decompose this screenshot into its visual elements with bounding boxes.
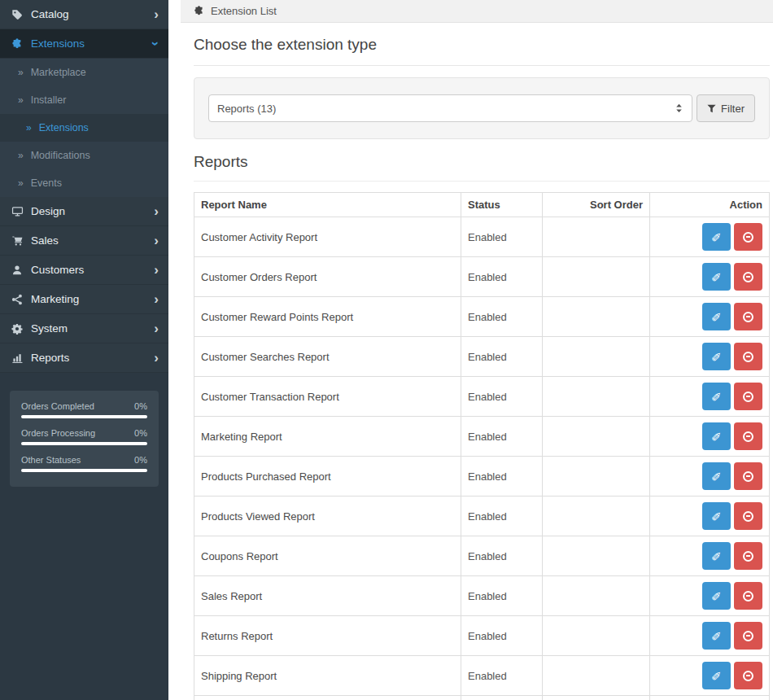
user-icon bbox=[11, 265, 31, 276]
sidebar-subitem-marketplace[interactable]: »Marketplace bbox=[0, 59, 168, 86]
table-row: Returns ReportEnabled✎ bbox=[194, 616, 770, 656]
edit-button[interactable]: ✎ bbox=[702, 223, 731, 251]
edit-button[interactable]: ✎ bbox=[702, 383, 731, 410]
pencil-icon: ✎ bbox=[710, 551, 723, 562]
action-cell: ✎ bbox=[650, 257, 770, 297]
status-cell: Enabled bbox=[461, 656, 543, 696]
angle-double-right-icon: » bbox=[18, 150, 24, 161]
sort-order-cell bbox=[543, 337, 650, 377]
pencil-icon: ✎ bbox=[710, 671, 723, 681]
filter-button[interactable]: Filter bbox=[697, 94, 755, 122]
angle-double-right-icon: » bbox=[18, 177, 24, 189]
progress-bar bbox=[21, 415, 147, 418]
disable-button[interactable] bbox=[734, 223, 762, 251]
pencil-icon: ✎ bbox=[710, 272, 723, 282]
disable-button[interactable] bbox=[734, 422, 762, 450]
minus-circle-icon bbox=[743, 431, 753, 442]
sidebar-item-catalog[interactable]: Catalog› bbox=[0, 0, 168, 29]
cart-icon bbox=[11, 235, 31, 247]
edit-button[interactable]: ✎ bbox=[702, 542, 731, 570]
chevron-right-icon: › bbox=[154, 351, 159, 365]
disable-button[interactable] bbox=[734, 542, 762, 570]
edit-button[interactable]: ✎ bbox=[702, 343, 731, 370]
report-name-cell: Products Purchased Report bbox=[194, 457, 461, 497]
stat-label: Orders Processing bbox=[21, 428, 95, 438]
extension-type-select[interactable]: Reports (13) bbox=[208, 94, 692, 122]
disable-button[interactable] bbox=[734, 263, 762, 291]
sort-order-cell bbox=[543, 497, 650, 536]
stat-value: 0% bbox=[134, 401, 147, 411]
action-cell: ✎ bbox=[650, 536, 770, 576]
sidebar-item-customers[interactable]: Customers› bbox=[0, 256, 168, 285]
sidebar-item-reports[interactable]: Reports› bbox=[0, 343, 168, 373]
sort-order-cell bbox=[543, 377, 650, 417]
sidebar-item-extensions[interactable]: Extensions› bbox=[0, 29, 168, 59]
table-header-row: Report Name Status Sort Order Action bbox=[194, 193, 770, 217]
sidebar-subitem-extensions[interactable]: »Extensions bbox=[0, 114, 168, 142]
status-cell: Enabled bbox=[461, 616, 543, 656]
pencil-icon: ✎ bbox=[710, 352, 723, 362]
puzzle-icon bbox=[194, 6, 204, 16]
report-name-cell: Customer Activity Report bbox=[194, 217, 461, 257]
status-cell: Enabled bbox=[461, 536, 543, 576]
table-row: Sales ReportEnabled✎ bbox=[194, 576, 770, 616]
status-cell: Enabled bbox=[461, 497, 543, 536]
action-cell: ✎ bbox=[650, 696, 770, 700]
sidebar-subitem-installer[interactable]: »Installer bbox=[0, 86, 168, 114]
sidebar-item-marketing[interactable]: Marketing› bbox=[0, 285, 168, 314]
disable-button[interactable] bbox=[734, 343, 762, 370]
table-row: Products Purchased ReportEnabled✎ bbox=[194, 457, 770, 497]
minus-circle-icon bbox=[743, 352, 753, 362]
sidebar-item-design[interactable]: Design› bbox=[0, 197, 168, 226]
selected-extension-type: Reports (13) bbox=[217, 103, 276, 115]
edit-button[interactable]: ✎ bbox=[702, 462, 731, 490]
minus-circle-icon bbox=[743, 232, 753, 243]
edit-button[interactable]: ✎ bbox=[702, 263, 731, 291]
stat-value: 0% bbox=[134, 455, 147, 465]
content: Choose the extension type Reports (13) F… bbox=[168, 36, 773, 700]
status-cell: Enabled bbox=[461, 257, 543, 297]
disable-button[interactable] bbox=[734, 303, 762, 330]
action-cell: ✎ bbox=[650, 217, 770, 257]
status-cell: Enabled bbox=[461, 417, 543, 457]
sidebar-item-system[interactable]: System› bbox=[0, 314, 168, 343]
sidebar-subitem-events[interactable]: »Events bbox=[0, 169, 168, 197]
status-cell: Enabled bbox=[461, 297, 543, 337]
minus-circle-icon bbox=[743, 551, 753, 562]
disable-button[interactable] bbox=[734, 502, 762, 530]
sidebar-subitem-modifications[interactable]: »Modifications bbox=[0, 142, 168, 169]
edit-button[interactable]: ✎ bbox=[702, 582, 731, 610]
sidebar-item-sales[interactable]: Sales› bbox=[0, 226, 168, 256]
sort-order-cell bbox=[543, 217, 650, 257]
report-name-cell: Tax Report bbox=[194, 696, 461, 700]
sort-order-cell bbox=[543, 656, 650, 696]
disable-button[interactable] bbox=[734, 383, 762, 410]
select-caret-icon bbox=[675, 103, 683, 114]
stat-orders-processing: Orders Processing0% bbox=[21, 428, 147, 445]
edit-button[interactable]: ✎ bbox=[702, 422, 731, 450]
action-cell: ✎ bbox=[650, 457, 770, 497]
disable-button[interactable] bbox=[734, 582, 762, 610]
minus-circle-icon bbox=[743, 471, 753, 482]
page-title: Choose the extension type bbox=[194, 36, 770, 66]
column-header-sort-order: Sort Order bbox=[543, 193, 650, 217]
column-header-report-name: Report Name bbox=[194, 193, 461, 217]
tags-icon bbox=[11, 9, 31, 20]
sort-order-cell bbox=[543, 457, 650, 497]
edit-button[interactable]: ✎ bbox=[702, 622, 731, 650]
minus-circle-icon bbox=[743, 591, 753, 602]
pencil-icon: ✎ bbox=[710, 232, 723, 243]
status-cell: Enabled bbox=[461, 377, 543, 417]
edit-button[interactable]: ✎ bbox=[702, 303, 731, 330]
edit-button[interactable]: ✎ bbox=[702, 502, 731, 530]
minus-circle-icon bbox=[743, 631, 753, 641]
edit-button[interactable]: ✎ bbox=[702, 662, 731, 689]
sidebar: Catalog›Extensions›»Marketplace»Installe… bbox=[0, 0, 168, 700]
disable-button[interactable] bbox=[734, 662, 762, 689]
disable-button[interactable] bbox=[734, 462, 762, 490]
status-cell: Enabled bbox=[461, 217, 543, 257]
breadcrumb-link-extension-list[interactable]: Extension List bbox=[211, 5, 277, 17]
column-header-status: Status bbox=[461, 193, 543, 217]
disable-button[interactable] bbox=[734, 622, 762, 650]
report-name-cell: Marketing Report bbox=[194, 417, 461, 457]
